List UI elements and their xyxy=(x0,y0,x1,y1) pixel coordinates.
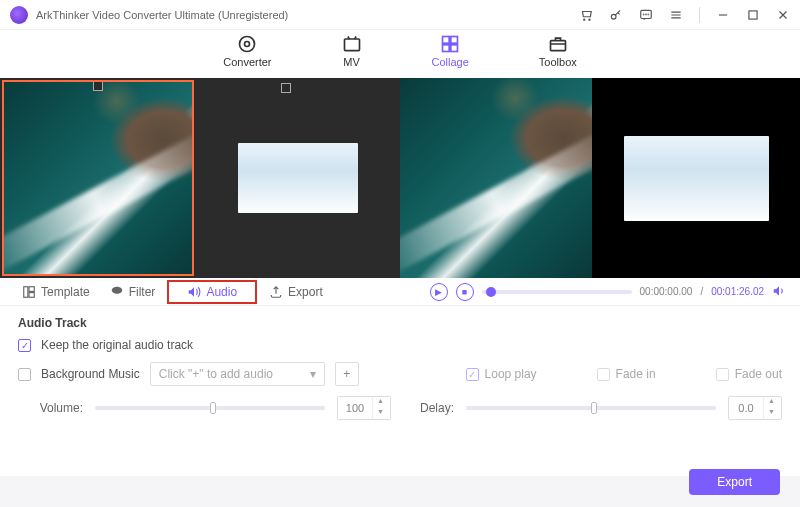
app-logo xyxy=(10,6,28,24)
clip-1-selected[interactable] xyxy=(2,80,194,276)
panel-tabs: Template Filter Audio Export xyxy=(14,280,331,304)
svg-point-5 xyxy=(646,14,647,15)
playback-controls: ▶ ■ 00:00:00.00/00:01:26.02 xyxy=(430,283,786,301)
separator xyxy=(699,7,700,23)
clip-2[interactable] xyxy=(196,78,400,278)
bg-music-label: Background Music xyxy=(41,367,140,381)
controls-row: Template Filter Audio Export ▶ ■ 00:00:0… xyxy=(0,278,800,306)
svg-rect-17 xyxy=(29,286,34,291)
svg-point-0 xyxy=(584,19,585,20)
preview xyxy=(400,78,800,278)
tab-label: Template xyxy=(41,285,90,299)
titlebar-actions xyxy=(579,7,790,23)
bg-music-select[interactable]: Click "+" to add audio ▾ xyxy=(150,362,325,386)
keep-original-label: Keep the original audio track xyxy=(41,338,193,352)
nav-label: MV xyxy=(343,56,360,68)
volume-field[interactable] xyxy=(338,402,372,414)
svg-rect-15 xyxy=(550,41,565,51)
preview-clip-1 xyxy=(400,78,592,278)
svg-point-4 xyxy=(643,14,644,15)
delay-slider[interactable] xyxy=(466,406,716,410)
delay-input[interactable]: ▲▼ xyxy=(728,396,782,420)
volume-knob[interactable] xyxy=(210,402,216,414)
resize-handle[interactable] xyxy=(281,83,291,93)
collage-editor[interactable] xyxy=(0,78,400,278)
svg-point-6 xyxy=(648,14,649,15)
tab-audio[interactable]: Audio xyxy=(167,280,257,304)
volume-input[interactable]: ▲▼ xyxy=(337,396,391,420)
loop-checkbox[interactable]: ✓ xyxy=(466,368,479,381)
loop-label: Loop play xyxy=(485,367,537,381)
volume-down[interactable]: ▼ xyxy=(373,408,388,419)
add-audio-button[interactable]: + xyxy=(335,362,359,386)
fadeout-label: Fade out xyxy=(735,367,782,381)
seek-handle[interactable] xyxy=(486,287,496,297)
menu-icon[interactable] xyxy=(669,8,683,22)
svg-rect-10 xyxy=(344,39,359,51)
svg-rect-12 xyxy=(451,37,458,44)
clip-2-thumbnail xyxy=(238,143,358,213)
workspace xyxy=(0,78,800,278)
delay-label: Delay: xyxy=(414,401,454,415)
volume-icon[interactable] xyxy=(772,284,786,300)
seek-bar[interactable] xyxy=(482,290,632,294)
titlebar: ArkThinker Video Converter Ultimate (Unr… xyxy=(0,0,800,30)
delay-down[interactable]: ▼ xyxy=(764,408,779,419)
volume-label: Volume: xyxy=(18,401,83,415)
audio-panel: Audio Track ✓ Keep the original audio tr… xyxy=(0,306,800,476)
svg-point-9 xyxy=(245,42,250,47)
volume-slider[interactable] xyxy=(95,406,325,410)
fadein-label: Fade in xyxy=(616,367,656,381)
time-current: 00:00:00.00 xyxy=(640,286,693,297)
bg-music-checkbox[interactable]: ✓ xyxy=(18,368,31,381)
svg-rect-14 xyxy=(451,45,458,52)
window-title: ArkThinker Video Converter Ultimate (Unr… xyxy=(36,9,288,21)
nav-label: Collage xyxy=(432,56,469,68)
tab-label: Export xyxy=(288,285,323,299)
key-icon[interactable] xyxy=(609,8,623,22)
stop-button[interactable]: ■ xyxy=(456,283,474,301)
fadeout-checkbox[interactable]: ✓ xyxy=(716,368,729,381)
tab-label: Filter xyxy=(129,285,156,299)
tab-export[interactable]: Export xyxy=(261,281,331,303)
svg-rect-7 xyxy=(749,10,757,18)
main-nav: Converter MV Collage Toolbox xyxy=(0,30,800,78)
footer: Export xyxy=(689,469,780,495)
chevron-down-icon: ▾ xyxy=(310,367,316,381)
delay-field[interactable] xyxy=(729,402,763,414)
panel-title: Audio Track xyxy=(18,316,782,330)
cart-icon[interactable] xyxy=(579,8,593,22)
delay-knob[interactable] xyxy=(591,402,597,414)
resize-handle[interactable] xyxy=(93,81,103,91)
preview-clip-2 xyxy=(592,78,800,278)
svg-point-8 xyxy=(240,37,255,52)
volume-up[interactable]: ▲ xyxy=(373,397,388,408)
close-button[interactable] xyxy=(776,8,790,22)
tab-label: Audio xyxy=(206,285,237,299)
maximize-button[interactable] xyxy=(746,8,760,22)
svg-rect-18 xyxy=(29,292,34,297)
svg-rect-11 xyxy=(443,37,450,44)
tab-template[interactable]: Template xyxy=(14,281,98,303)
time-total: 00:01:26.02 xyxy=(711,286,764,297)
keep-original-checkbox[interactable]: ✓ xyxy=(18,339,31,352)
bg-music-placeholder: Click "+" to add audio xyxy=(159,367,273,381)
minimize-button[interactable] xyxy=(716,8,730,22)
svg-rect-16 xyxy=(24,286,28,297)
tab-filter[interactable]: Filter xyxy=(102,281,164,303)
svg-point-1 xyxy=(589,19,590,20)
nav-label: Toolbox xyxy=(539,56,577,68)
nav-converter[interactable]: Converter xyxy=(223,34,271,68)
nav-mv[interactable]: MV xyxy=(342,34,362,68)
fadein-checkbox[interactable]: ✓ xyxy=(597,368,610,381)
nav-toolbox[interactable]: Toolbox xyxy=(539,34,577,68)
nav-collage[interactable]: Collage xyxy=(432,34,469,68)
nav-label: Converter xyxy=(223,56,271,68)
play-button[interactable]: ▶ xyxy=(430,283,448,301)
svg-rect-13 xyxy=(443,45,450,52)
delay-up[interactable]: ▲ xyxy=(764,397,779,408)
clip-1-thumbnail xyxy=(4,82,192,274)
export-button[interactable]: Export xyxy=(689,469,780,495)
feedback-icon[interactable] xyxy=(639,8,653,22)
